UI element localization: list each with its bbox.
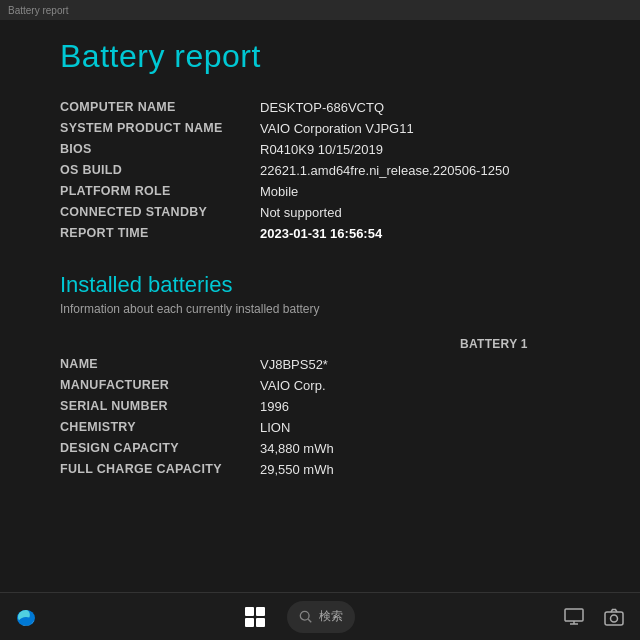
value-platform-role: Mobile xyxy=(260,181,580,202)
value-chemistry: LION xyxy=(260,417,580,438)
camera-button[interactable] xyxy=(598,601,630,633)
row-computer-name: COMPUTER NAME DESKTOP-686VCTQ xyxy=(60,97,580,118)
label-os-build: OS BUILD xyxy=(60,160,260,181)
label-bios: BIOS xyxy=(60,139,260,160)
value-system-product: VAIO Corporation VJPG11 xyxy=(260,118,580,139)
monitor-icon xyxy=(563,606,585,628)
display-button[interactable] xyxy=(558,601,590,633)
battery-header-row: BATTERY 1 xyxy=(60,334,580,354)
taskbar-right-icons xyxy=(558,601,630,633)
battery-header-empty xyxy=(60,334,260,354)
batteries-section-subtitle: Information about each currently install… xyxy=(60,302,580,316)
value-bios: R0410K9 10/15/2019 xyxy=(260,139,580,160)
value-manufacturer: VAIO Corp. xyxy=(260,375,580,396)
row-full-charge: FULL CHARGE CAPACITY 29,550 mWh xyxy=(60,459,580,480)
camera-icon xyxy=(603,606,625,628)
edge-icon xyxy=(14,605,38,629)
value-full-charge: 29,550 mWh xyxy=(260,459,580,480)
taskbar: 検索 xyxy=(0,592,640,640)
row-manufacturer: MANUFACTURER VAIO Corp. xyxy=(60,375,580,396)
system-info-table: COMPUTER NAME DESKTOP-686VCTQ SYSTEM PRO… xyxy=(60,97,580,244)
row-design-capacity: DESIGN CAPACITY 34,880 mWh xyxy=(60,438,580,459)
value-serial: 1996 xyxy=(260,396,580,417)
row-os-build: OS BUILD 22621.1.amd64fre.ni_release.220… xyxy=(60,160,580,181)
row-chemistry: CHEMISTRY LION xyxy=(60,417,580,438)
search-label: 検索 xyxy=(319,608,343,625)
label-manufacturer: MANUFACTURER xyxy=(60,375,260,396)
label-connected-standby: CONNECTED STANDBY xyxy=(60,202,260,223)
label-system-product: SYSTEM PRODUCT NAME xyxy=(60,118,260,139)
label-report-time: REPORT TIME xyxy=(60,223,260,244)
label-full-charge: FULL CHARGE CAPACITY xyxy=(60,459,260,480)
svg-rect-6 xyxy=(605,612,623,625)
value-computer-name: DESKTOP-686VCTQ xyxy=(260,97,580,118)
row-battery-name: NAME VJ8BPS52* xyxy=(60,354,580,375)
value-report-time: 2023-01-31 16:56:54 xyxy=(260,223,580,244)
value-battery-name: VJ8BPS52* xyxy=(260,354,580,375)
windows-logo-icon xyxy=(245,607,265,627)
search-icon xyxy=(299,610,313,624)
battery-table: BATTERY 1 NAME VJ8BPS52* MANUFACTURER VA… xyxy=(60,334,580,480)
row-connected-standby: CONNECTED STANDBY Not supported xyxy=(60,202,580,223)
label-platform-role: PLATFORM ROLE xyxy=(60,181,260,202)
value-os-build: 22621.1.amd64fre.ni_release.220506-1250 xyxy=(260,160,580,181)
label-computer-name: COMPUTER NAME xyxy=(60,97,260,118)
svg-rect-3 xyxy=(565,609,583,621)
main-content: Battery report COMPUTER NAME DESKTOP-686… xyxy=(0,20,640,610)
row-bios: BIOS R0410K9 10/15/2019 xyxy=(60,139,580,160)
browser-bar: Battery report xyxy=(0,0,640,20)
svg-point-1 xyxy=(300,611,309,620)
browser-bar-text: Battery report xyxy=(8,5,69,16)
label-battery-name: NAME xyxy=(60,354,260,375)
value-connected-standby: Not supported xyxy=(260,202,580,223)
row-report-time: REPORT TIME 2023-01-31 16:56:54 xyxy=(60,223,580,244)
edge-browser-button[interactable] xyxy=(10,601,42,633)
value-design-capacity: 34,880 mWh xyxy=(260,438,580,459)
svg-line-2 xyxy=(308,619,311,622)
row-system-product: SYSTEM PRODUCT NAME VAIO Corporation VJP… xyxy=(60,118,580,139)
svg-point-7 xyxy=(611,615,618,622)
search-bar[interactable]: 検索 xyxy=(287,601,355,633)
label-design-capacity: DESIGN CAPACITY xyxy=(60,438,260,459)
label-serial: SERIAL NUMBER xyxy=(60,396,260,417)
battery-header-label: BATTERY 1 xyxy=(260,334,580,354)
page-title: Battery report xyxy=(60,38,580,75)
row-platform-role: PLATFORM ROLE Mobile xyxy=(60,181,580,202)
start-button[interactable] xyxy=(245,607,265,627)
label-chemistry: CHEMISTRY xyxy=(60,417,260,438)
row-serial: SERIAL NUMBER 1996 xyxy=(60,396,580,417)
batteries-section-title: Installed batteries xyxy=(60,272,580,298)
